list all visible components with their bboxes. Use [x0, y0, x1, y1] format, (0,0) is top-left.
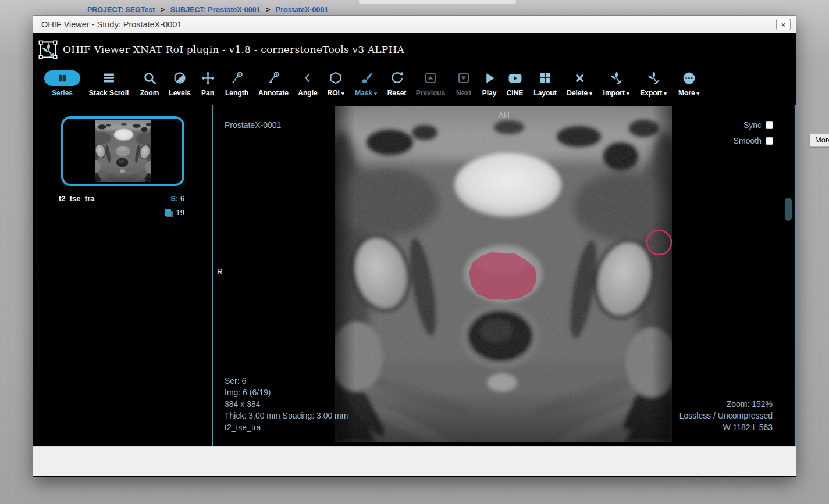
- series-name: t2_tse_tra: [59, 194, 94, 203]
- viewport-options: Sync Smooth: [734, 119, 773, 151]
- breadcrumb-session-link[interactable]: ProstateX-0001: [276, 6, 328, 14]
- tool-cine[interactable]: CINE: [501, 69, 529, 97]
- tool-delete[interactable]: Delete▾: [561, 69, 597, 97]
- chevron-down-icon: ▾: [627, 91, 629, 96]
- overlay-display-info: Zoom: 152% Lossless / Uncompressed W 118…: [679, 398, 773, 433]
- angle-icon: [301, 72, 314, 84]
- mri-image[interactable]: [335, 106, 672, 442]
- plugin-title: OHIF Viewer XNAT RoI plugin - v1.8 - cor…: [63, 44, 404, 55]
- orientation-marker-top: AH: [213, 109, 795, 121]
- xnat-export-icon: [646, 70, 661, 85]
- tool-angle[interactable]: Angle: [294, 69, 322, 97]
- tool-play[interactable]: Play: [478, 69, 501, 97]
- chevron-down-icon: ▾: [374, 91, 377, 96]
- series-sidebar: t2_tse_tra S:6 19: [33, 105, 212, 446]
- overlay-zoom-level: Zoom: 152%: [679, 398, 773, 410]
- tool-layout[interactable]: Layout: [529, 69, 561, 97]
- chevron-down-icon: ▾: [697, 91, 700, 96]
- breadcrumb: PROJECT: SEGTest > SUBJECT: ProstateX-00…: [87, 6, 328, 14]
- tool-mask[interactable]: Mask▾: [350, 69, 382, 97]
- tool-label: Layout: [533, 89, 556, 97]
- tool-label: Angle: [298, 89, 317, 97]
- overlay-patient-id: ProstateX-0001: [225, 119, 281, 131]
- tool-stack-scroll[interactable]: Stack Scroll: [83, 69, 134, 97]
- smooth-checkbox[interactable]: [766, 137, 773, 145]
- breadcrumb-subject-link[interactable]: SUBJECT: ProstateX-0001: [170, 6, 261, 14]
- tool-levels[interactable]: Levels: [165, 69, 195, 97]
- series-thumbnail[interactable]: [61, 116, 184, 186]
- mri-canvas: [335, 106, 672, 442]
- tool-label: More: [678, 89, 695, 97]
- series-grid-icon: [58, 74, 67, 83]
- levels-icon: [173, 71, 187, 85]
- tool-previous[interactable]: Previous: [411, 69, 450, 97]
- tool-label: Delete: [567, 89, 588, 97]
- reset-icon: [390, 71, 404, 85]
- tool-label: Zoom: [140, 89, 159, 97]
- play-icon: [483, 72, 496, 85]
- smooth-label[interactable]: Smooth: [734, 135, 762, 146]
- close-button[interactable]: ×: [776, 19, 791, 30]
- frame-count: 19: [176, 208, 184, 217]
- tool-label: Play: [482, 89, 497, 97]
- tool-reset[interactable]: Reset: [382, 69, 411, 97]
- stack-scroll-icon: [102, 71, 116, 85]
- overlay-window-level: W 1182 L 563: [679, 421, 773, 433]
- version-text: version 1.7.4.1, build: 1408: [666, 478, 750, 486]
- overlay-thickness-spacing: Thick: 3.00 mm Spacing: 3.00 mm: [225, 410, 348, 421]
- breadcrumb-separator: >: [161, 6, 165, 14]
- roi-polygon-icon: [329, 71, 343, 85]
- layout-grid-icon: [538, 71, 552, 85]
- close-icon: ×: [781, 21, 786, 28]
- tool-label: Stack Scroll: [89, 89, 129, 97]
- tool-label: Reset: [387, 89, 407, 97]
- delete-x-icon: [574, 72, 586, 84]
- tool-label: Export: [640, 89, 662, 97]
- tool-label: ROI: [328, 89, 340, 97]
- tool-label: Previous: [416, 89, 446, 97]
- tool-length[interactable]: Length: [220, 69, 253, 97]
- overlay-image-number: Img: 6 (6/19): [225, 387, 348, 398]
- breadcrumb-project-link[interactable]: PROJECT: SEGTest: [87, 6, 155, 14]
- app-header: OHIF Viewer XNAT RoI plugin - v1.8 - cor…: [33, 33, 796, 66]
- tool-annotate[interactable]: Annotate: [253, 69, 294, 97]
- annotate-icon: [266, 71, 281, 85]
- overlay-series-info: Ser: 6 Img: 6 (6/19) 384 x 384 Thick: 3.…: [225, 375, 348, 433]
- more-ellipsis-icon: [682, 71, 696, 85]
- zoom-icon: [143, 71, 157, 85]
- tool-label: CINE: [507, 89, 524, 97]
- xnat-import-icon: [609, 70, 624, 85]
- more-tooltip[interactable]: More: [810, 133, 829, 147]
- sync-checkbox[interactable]: [766, 121, 773, 129]
- overlay-series-description: t2_tse_tra: [225, 421, 348, 433]
- window-titlebar: OHIF Viewer - Study: ProstateX-0001 ×: [33, 16, 796, 33]
- series-number-value: 6: [180, 195, 184, 203]
- tool-label: Mask: [355, 89, 372, 97]
- next-icon: [457, 71, 471, 85]
- series-thumbnail-image: [95, 120, 151, 182]
- tool-more[interactable]: More▾: [672, 69, 706, 97]
- sync-label[interactable]: Sync: [743, 119, 762, 131]
- stack-scrollbar-thumb[interactable]: [785, 198, 792, 221]
- xnat-logo-icon: [38, 40, 58, 59]
- orientation-marker-left: R: [217, 266, 223, 277]
- series-active-pill: [44, 70, 80, 86]
- tool-label: Annotate: [258, 89, 289, 97]
- mask-brush-icon: [359, 71, 373, 85]
- tool-label: Length: [225, 89, 248, 97]
- tool-roi[interactable]: ROI▾: [322, 69, 350, 97]
- tool-label: Next: [456, 89, 471, 97]
- tool-import[interactable]: Import▾: [597, 69, 635, 97]
- tool-export[interactable]: Export▾: [635, 69, 672, 97]
- tool-series[interactable]: Series: [41, 69, 83, 97]
- tool-next[interactable]: Next: [450, 69, 478, 97]
- tool-zoom[interactable]: Zoom: [134, 69, 165, 97]
- chevron-down-icon: ▾: [664, 91, 667, 96]
- overlay-matrix-size: 384 x 384: [225, 398, 348, 410]
- stack-frames-icon: [165, 209, 171, 216]
- image-viewport[interactable]: ProstateX-0001 AH R Sync Smooth Ser: 6 I…: [212, 105, 796, 446]
- chevron-down-icon: ▾: [341, 91, 344, 96]
- tool-pan[interactable]: Pan: [195, 69, 220, 97]
- overlay-compression: Lossless / Uncompressed: [679, 410, 773, 421]
- tool-label: Levels: [169, 89, 190, 97]
